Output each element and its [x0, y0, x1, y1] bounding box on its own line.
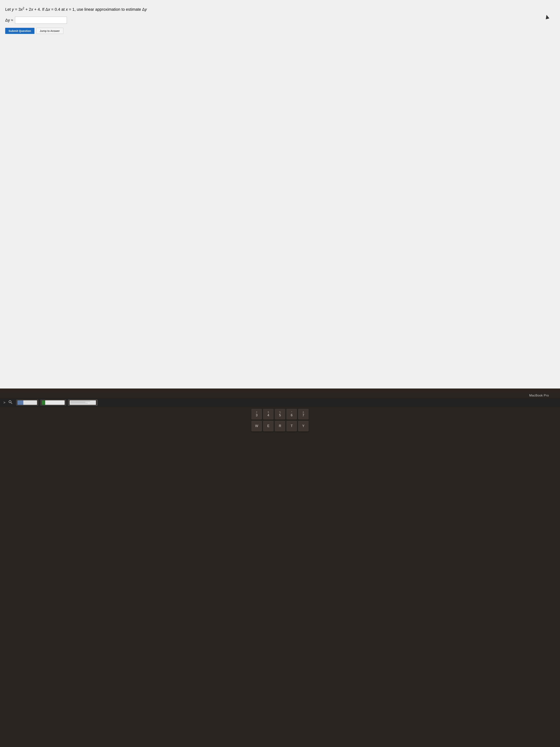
macbook-pro-label: MacBook Pro — [529, 394, 549, 397]
touchbar-thumbnail-2[interactable] — [40, 400, 66, 406]
screen-area: Let y = 3x2 + 2x + 4. If Δx = 0.4 at x =… — [0, 0, 560, 388]
jump-to-answer-button[interactable]: Jump to Answer — [36, 28, 63, 34]
button-row: Submit Question Jump to Answer — [5, 28, 555, 34]
key-4[interactable]: $ 4 — [263, 409, 274, 420]
key-r[interactable]: R — [275, 421, 285, 432]
key-y[interactable]: Y — [298, 421, 309, 432]
keyboard-number-row: # 3 $ 4 % 5 ^ 6 & 7 — [1, 409, 559, 420]
submit-question-button[interactable]: Submit Question — [5, 28, 34, 34]
touchbar-expand-icon[interactable]: > — [3, 401, 5, 405]
touchbar-thumbnail-1[interactable] — [16, 400, 38, 406]
touchbar: > — [0, 398, 560, 407]
answer-input[interactable] — [15, 17, 67, 24]
key-5[interactable]: % 5 — [275, 409, 285, 420]
key-e[interactable]: E — [263, 421, 274, 432]
key-7[interactable]: & 7 — [298, 409, 309, 420]
keyboard: # 3 $ 4 % 5 ^ 6 & 7 W E R T — [0, 407, 560, 747]
screen-bezel — [0, 388, 560, 392]
svg-line-1 — [11, 403, 12, 404]
key-6[interactable]: ^ 6 — [286, 409, 297, 420]
answer-row: Δy ≈ — [5, 17, 555, 24]
key-w[interactable]: W — [251, 421, 262, 432]
key-t[interactable]: T — [286, 421, 297, 432]
keyboard-letter-row: W E R T Y — [1, 421, 559, 432]
macbook-label-area: MacBook Pro — [0, 392, 560, 398]
delta-label: Δy ≈ — [5, 18, 13, 23]
touchbar-thumbnail-3[interactable] — [68, 400, 98, 406]
problem-text: Let y = 3x2 + 2x + 4. If Δx = 0.4 at x =… — [5, 6, 555, 12]
key-3[interactable]: # 3 — [251, 409, 262, 420]
touchbar-search-icon[interactable] — [8, 400, 12, 405]
svg-point-0 — [9, 401, 11, 403]
